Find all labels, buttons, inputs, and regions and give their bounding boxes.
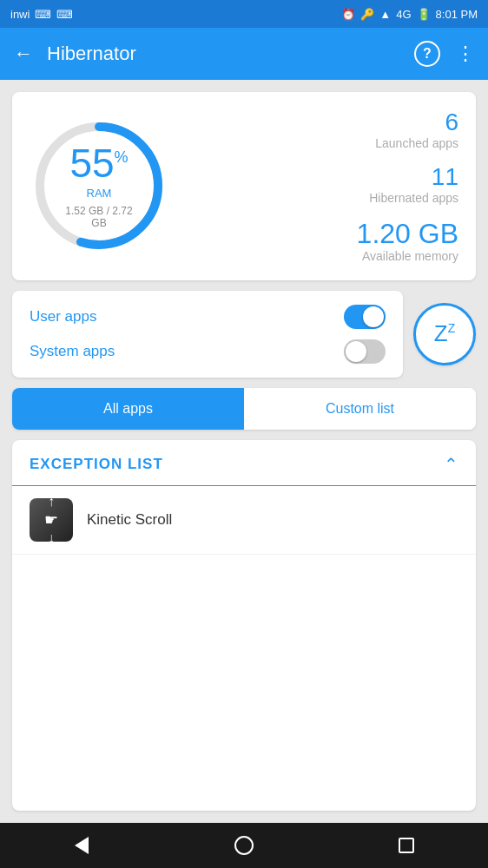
bottom-nav <box>0 823 488 868</box>
kinetic-scroll-name: Kinetic Scroll <box>87 511 172 529</box>
status-bar-right: ⏰ 🔑 ▲ 4G 🔋 8:01 PM <box>341 8 478 21</box>
user-apps-row: User apps <box>30 305 386 329</box>
hand-icon: ☛ <box>44 510 58 529</box>
more-button[interactable]: ⋮ <box>456 43 474 65</box>
collapse-button[interactable]: ⌃ <box>444 454 458 475</box>
ram-usage: 1.52 GB / 2.72 GB <box>64 205 134 229</box>
time-label: 8:01 PM <box>436 8 478 21</box>
exception-item-kinetic-scroll: ↑ ☛ ↓ Kinetic Scroll <box>12 486 476 555</box>
exception-title: Exception List <box>30 456 163 473</box>
hibernated-apps-stat: 11 Hibernated apps <box>186 164 458 205</box>
controls-row: User apps System apps ZZ <box>12 291 476 378</box>
launched-apps-stat: 6 Launched apps <box>186 109 458 150</box>
user-apps-toggle[interactable] <box>344 305 386 329</box>
key-icon: 🔑 <box>360 8 374 21</box>
stats-card: 55% RAM 1.52 GB / 2.72 GB 6 Launched app… <box>12 92 476 280</box>
system-apps-knob <box>346 341 366 362</box>
kinetic-scroll-icon: ↑ ☛ ↓ <box>30 498 73 542</box>
alarm-icon: ⏰ <box>341 8 355 21</box>
app-bar-actions: ? ⋮ <box>414 41 474 67</box>
toggle-card: User apps System apps <box>12 291 403 378</box>
user-apps-knob <box>363 306 384 327</box>
available-value: 1.20 GB <box>186 219 458 249</box>
ram-label: RAM <box>64 187 134 200</box>
sleep-button[interactable]: ZZ <box>413 303 476 365</box>
usb2-icon: ⌨ <box>56 8 73 21</box>
up-arrow-icon: ↑ <box>48 498 55 509</box>
exception-header: Exception List ⌃ <box>12 440 476 486</box>
back-nav-icon <box>75 837 89 854</box>
tab-custom-list[interactable]: Custom list <box>244 388 476 430</box>
app-bar: ← Hibernator ? ⋮ <box>0 28 488 80</box>
battery-icon: 🔋 <box>417 8 431 21</box>
ram-circle: 55% RAM 1.52 GB / 2.72 GB <box>30 116 168 255</box>
recent-nav-icon <box>399 838 414 853</box>
ram-percent: 55% <box>64 143 134 183</box>
nav-recent-button[interactable] <box>385 830 428 861</box>
exception-card: Exception List ⌃ ↑ ☛ ↓ Kinetic Scroll <box>12 440 476 811</box>
sleep-icon: ZZ <box>434 320 455 347</box>
stats-right: 6 Launched apps 11 Hibernated apps 1.20 … <box>186 109 458 263</box>
status-bar: inwi ⌨ ⌨ ⏰ 🔑 ▲ 4G 🔋 8:01 PM <box>0 0 488 28</box>
wifi-icon: ▲ <box>379 8 391 21</box>
back-button[interactable]: ← <box>14 43 33 65</box>
hibernated-value: 11 <box>186 164 458 191</box>
launched-label: Launched apps <box>186 136 458 150</box>
carrier-label: inwi <box>10 8 30 21</box>
down-arrow-icon: ↓ <box>48 531 55 542</box>
system-apps-label: System apps <box>30 343 115 360</box>
system-apps-row: System apps <box>30 339 386 364</box>
hibernated-label: Hibernated apps <box>186 191 458 205</box>
app-title: Hibernator <box>47 43 414 65</box>
available-memory-stat: 1.20 GB Available memory <box>186 219 458 263</box>
home-nav-icon <box>234 836 254 855</box>
help-button[interactable]: ? <box>414 41 440 67</box>
status-bar-left: inwi ⌨ ⌨ <box>10 8 73 21</box>
available-label: Available memory <box>186 249 458 263</box>
system-apps-toggle[interactable] <box>344 339 386 364</box>
nav-home-button[interactable] <box>222 830 266 861</box>
tab-all-apps[interactable]: All apps <box>12 388 244 430</box>
main-content: 55% RAM 1.52 GB / 2.72 GB 6 Launched app… <box>0 80 488 823</box>
user-apps-label: User apps <box>30 308 96 326</box>
signal-icon: 4G <box>396 8 411 21</box>
nav-back-button[interactable] <box>60 830 103 861</box>
usb-icon: ⌨ <box>35 8 51 21</box>
launched-value: 6 <box>186 109 458 136</box>
tab-row: All apps Custom list <box>12 388 476 430</box>
